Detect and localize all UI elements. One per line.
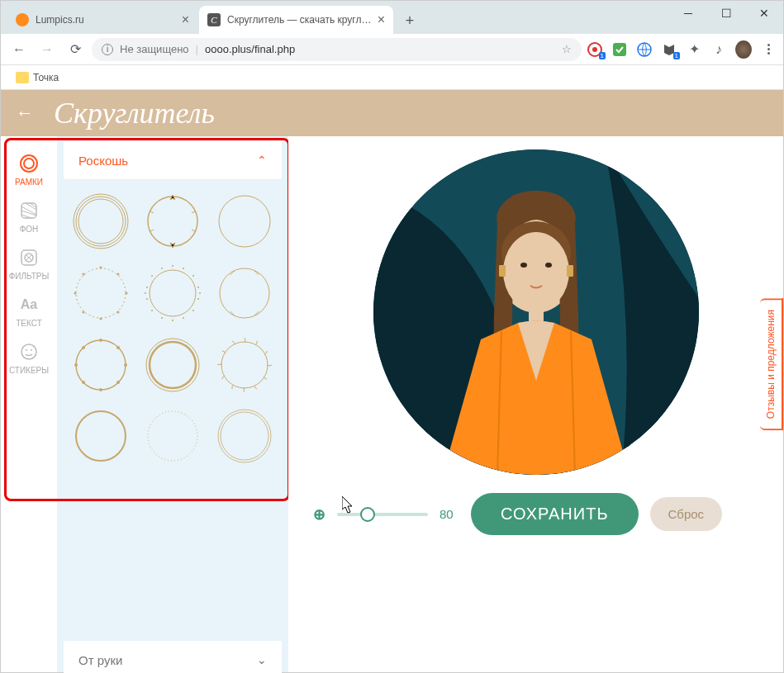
save-button[interactable]: СОХРАНИТЬ — [471, 493, 639, 535]
reload-button[interactable]: ⟳ — [64, 38, 87, 61]
svg-point-52 — [82, 346, 85, 349]
tab-title: Скруглитель — скачать круглую — [227, 14, 373, 26]
category-label: От руки — [78, 653, 122, 667]
profile-avatar[interactable] — [735, 41, 752, 58]
svg-point-19 — [117, 273, 120, 276]
category-header-handdrawn[interactable]: От руки ⌄ — [64, 641, 282, 673]
minimize-button[interactable]: ─ — [669, 1, 707, 26]
svg-point-12 — [74, 194, 128, 249]
slider-thumb[interactable] — [360, 507, 375, 522]
tab-favicon-icon — [16, 13, 29, 26]
extension-icon[interactable] — [611, 41, 628, 58]
extension-icon[interactable]: 1 — [587, 41, 603, 58]
sidebar-tab-text[interactable]: Aa ТЕКСТ — [4, 287, 54, 334]
close-window-button[interactable]: ✕ — [745, 1, 783, 26]
svg-point-67 — [545, 263, 552, 268]
zoom-slider[interactable] — [337, 513, 428, 516]
extension-icon[interactable]: 1 — [661, 41, 677, 58]
svg-point-54 — [150, 342, 196, 388]
browser-menu-button[interactable] — [760, 41, 777, 58]
frame-option[interactable] — [140, 189, 206, 254]
reset-button[interactable]: Сброс — [650, 497, 723, 531]
bookmark-label: Точка — [33, 72, 59, 83]
browser-addressbar: ← → ⟳ i Не защищено | oooo.plus/final.ph… — [1, 34, 783, 65]
svg-point-36 — [161, 317, 163, 319]
sidebar-tab-frames[interactable]: РАМКИ — [4, 146, 54, 193]
extensions-button[interactable]: ✦ — [686, 41, 702, 58]
bookmarks-bar: Точка — [1, 65, 783, 90]
frame-option[interactable] — [69, 404, 134, 469]
svg-point-31 — [199, 292, 201, 294]
app-back-button[interactable]: ← — [16, 102, 34, 124]
frames-grid — [57, 182, 288, 476]
svg-rect-2 — [613, 43, 626, 56]
svg-point-58 — [218, 410, 271, 462]
svg-point-35 — [172, 320, 173, 321]
svg-point-9 — [21, 344, 36, 359]
security-info-icon[interactable]: i — [102, 44, 113, 55]
browser-tab-active[interactable]: C Скруглитель — скачать круглую × — [199, 6, 393, 34]
svg-point-32 — [197, 298, 199, 300]
url-input[interactable]: i Не защищено | oooo.plus/final.php ☆ — [92, 38, 582, 61]
svg-point-10 — [26, 349, 27, 351]
stickers-icon — [18, 341, 40, 363]
svg-point-1 — [592, 47, 597, 52]
app-header: ← Скруглитель — [1, 90, 783, 136]
sidebar-tab-label: СТИКЕРЫ — [9, 366, 49, 375]
media-icon[interactable]: ♪ — [710, 41, 727, 58]
tab-close-icon[interactable]: × — [182, 12, 189, 27]
frame-option[interactable] — [211, 261, 277, 326]
tab-title: Lumpics.ru — [36, 14, 177, 26]
svg-point-26 — [150, 270, 196, 316]
svg-point-28 — [183, 268, 184, 269]
frames-icon — [18, 153, 40, 174]
bookmark-folder[interactable]: Точка — [11, 69, 64, 86]
svg-point-57 — [148, 411, 197, 461]
svg-point-46 — [116, 346, 120, 349]
frame-option[interactable] — [211, 189, 277, 254]
frame-option[interactable] — [211, 404, 277, 469]
svg-point-5 — [24, 159, 34, 168]
svg-point-20 — [126, 292, 128, 295]
sidebar-tabs: РАМКИ ФОН ФИЛЬТРЫ Aa ТЕКСТ СТИКЕРЫ — [1, 136, 57, 672]
sidebar-tab-stickers[interactable]: СТИКЕРЫ — [4, 334, 54, 382]
svg-point-17 — [76, 268, 126, 318]
canvas-area: ⊕ 80 СОХРАНИТЬ Сброс — [288, 136, 783, 672]
svg-point-48 — [116, 381, 120, 384]
browser-titlebar: Lumpics.ru × C Скруглитель — скачать кру… — [1, 1, 783, 34]
preview-image[interactable] — [373, 149, 699, 475]
frame-option[interactable] — [69, 189, 134, 254]
svg-point-30 — [197, 287, 199, 288]
feedback-tab[interactable]: Отзывы и предложения — [760, 298, 783, 430]
sidebar-tab-label: ФИЛЬТРЫ — [9, 272, 50, 281]
svg-point-56 — [76, 411, 126, 461]
extension-icon[interactable] — [636, 41, 653, 58]
browser-tab[interactable]: Lumpics.ru × — [7, 6, 197, 34]
svg-point-34 — [183, 317, 184, 319]
svg-point-42 — [161, 268, 163, 269]
svg-point-13 — [76, 197, 126, 246]
frame-option[interactable] — [211, 332, 277, 397]
back-button[interactable]: ← — [7, 38, 31, 61]
frame-option[interactable] — [69, 261, 134, 326]
sidebar-tab-label: ФОН — [20, 225, 39, 234]
tab-close-icon[interactable]: × — [378, 12, 385, 27]
new-tab-button[interactable]: + — [398, 9, 421, 32]
frame-option[interactable] — [140, 261, 206, 326]
frame-option[interactable] — [140, 332, 206, 397]
svg-point-15 — [148, 197, 197, 246]
sidebar-tab-background[interactable]: ФОН — [4, 193, 54, 240]
sidebar-tab-filters[interactable]: ФИЛЬТРЫ — [4, 240, 54, 287]
sidebar-tab-label: РАМКИ — [15, 178, 43, 187]
frame-option[interactable] — [69, 332, 134, 397]
zoom-icon[interactable]: ⊕ — [313, 505, 325, 524]
svg-rect-68 — [499, 265, 506, 277]
star-bookmark-icon[interactable]: ☆ — [562, 43, 572, 55]
forward-button[interactable]: → — [36, 38, 59, 61]
bottom-controls: ⊕ 80 СОХРАНИТЬ Сброс — [305, 493, 767, 535]
frame-option[interactable] — [140, 404, 206, 469]
maximize-button[interactable]: ☐ — [707, 1, 745, 26]
svg-point-21 — [117, 311, 120, 314]
category-header-luxury[interactable]: Роскошь ⌃ — [64, 141, 282, 179]
svg-point-14 — [78, 199, 123, 244]
